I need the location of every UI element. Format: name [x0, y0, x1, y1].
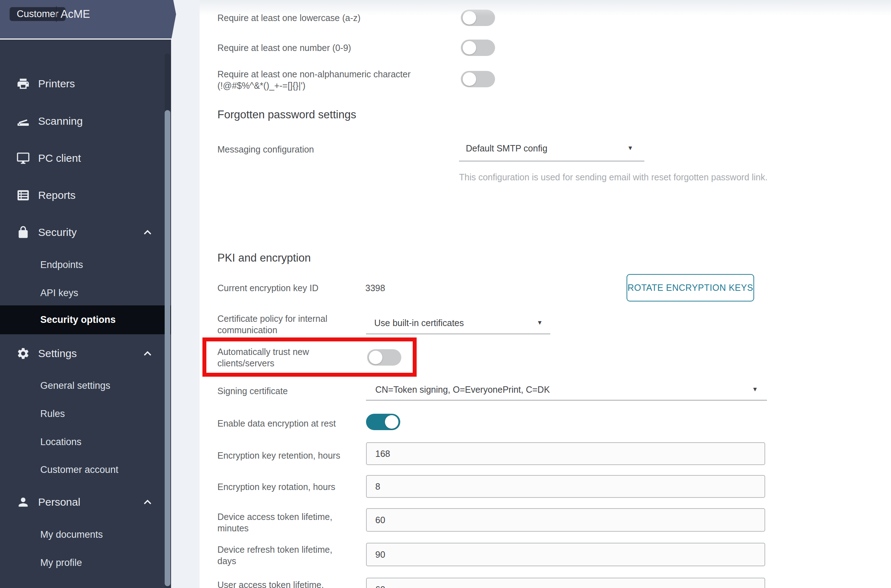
rule-lowercase-label: Require at least one lowercase (a-z) — [218, 11, 361, 24]
sidebar-item-label: Security options — [40, 314, 116, 326]
key-retention-label: Encryption key retention, hours — [218, 449, 340, 462]
gear-icon — [16, 347, 30, 360]
sidebar-item-scanning[interactable]: Scanning — [0, 112, 171, 130]
chevron-up-icon — [141, 496, 154, 508]
person-icon — [16, 495, 30, 509]
signing-cert-label: Signing certificate — [218, 384, 288, 398]
current-key-label: Current encryption key ID — [218, 282, 318, 294]
security-options-page: Require at least one lowercase (a-z) Req… — [0, 0, 891, 588]
toggle-knob — [385, 415, 399, 429]
sidebar-item-security-options[interactable]: Security options — [0, 305, 171, 334]
dropdown-underline — [366, 400, 767, 400]
sidebar-item-label: PC client — [38, 152, 81, 164]
dropdown-arrow-icon[interactable]: ▼ — [537, 319, 543, 326]
toggle-knob — [463, 72, 476, 86]
sidebar-item-label: Settings — [38, 348, 76, 360]
sidebar-item-locations[interactable]: Locations — [0, 434, 171, 450]
sidebar-item-label: Scanning — [38, 115, 82, 127]
chevron-up-icon — [141, 347, 154, 360]
sidebar-item-label: Rules — [40, 408, 65, 420]
pki-heading: PKI and encryption — [218, 250, 311, 266]
sidebar-item-label: Personal — [38, 496, 80, 508]
sidebar-item-label: Reports — [38, 189, 75, 201]
dropdown-underline — [366, 333, 550, 334]
toggle-knob — [463, 11, 476, 25]
customer-name: AcME — [61, 7, 90, 21]
rule-nonalpha-label: Require at least one non-alphanumeric ch… — [218, 68, 411, 91]
sidebar-item-settings[interactable]: Settings — [0, 345, 171, 362]
dropdown-arrow-icon[interactable]: ▼ — [627, 145, 633, 152]
toggle-knob — [369, 351, 382, 364]
sidebar-item-personal[interactable]: Personal — [0, 494, 171, 511]
sidebar-item-label: My profile — [40, 557, 82, 568]
key-rotation-label: Encryption key rotation, hours — [218, 480, 335, 493]
messaging-config-help: This configuration is used for sending e… — [459, 171, 787, 183]
sidebar-item-security[interactable]: Security — [0, 224, 171, 241]
sidebar-item-label: General settings — [40, 380, 111, 391]
chevron-up-icon — [141, 226, 154, 239]
signing-cert-select[interactable]: CN=Token signing, O=EveryonePrint, C=DK — [375, 383, 550, 396]
sidebar-item-reports[interactable]: Reports — [0, 187, 171, 204]
sidebar-item-label: Customer account — [40, 464, 118, 476]
current-key-value: 3398 — [365, 282, 385, 294]
sidebar-item-label: Endpoints — [40, 260, 83, 270]
customer-badge: Customer — [10, 7, 66, 21]
printer-icon — [16, 77, 30, 90]
user-access-token-input[interactable] — [366, 578, 765, 588]
sidebar: Printers Scanning PC client Reports Secu… — [0, 0, 171, 588]
banner-separator — [0, 39, 172, 39]
sidebar-item-my-documents[interactable]: My documents — [0, 526, 171, 543]
device-access-token-label: Device access token lifetime, minutes — [218, 511, 332, 534]
device-refresh-token-input[interactable] — [366, 543, 765, 566]
device-access-token-input[interactable] — [366, 508, 765, 532]
sidebar-item-label: My documents — [40, 529, 103, 540]
badge-divider — [56, 6, 57, 22]
device-refresh-token-label: Device refresh token lifetime, days — [218, 544, 332, 567]
sidebar-item-label: API keys — [40, 288, 78, 298]
sidebar-scrollbar-thumb[interactable] — [165, 110, 170, 586]
cert-policy-label: Certificate policy for internal communic… — [218, 313, 327, 336]
sidebar-item-label: Security — [38, 226, 76, 238]
user-access-token-label: User access token lifetime, — [218, 578, 324, 588]
data-encryption-label: Enable data encryption at rest — [218, 417, 336, 430]
sidebar-item-my-profile[interactable]: My profile — [0, 554, 171, 571]
messaging-config-select[interactable]: Default SMTP config — [466, 142, 548, 154]
dropdown-underline — [459, 161, 644, 161]
sidebar-item-printers[interactable]: Printers — [0, 75, 171, 92]
key-retention-input[interactable] — [366, 442, 765, 465]
rule-number-toggle[interactable] — [461, 39, 495, 56]
rule-lowercase-toggle[interactable] — [461, 10, 495, 26]
scanner-icon — [16, 114, 30, 128]
report-table-icon — [16, 189, 30, 202]
data-encryption-toggle[interactable] — [366, 414, 400, 430]
sidebar-item-rules[interactable]: Rules — [0, 405, 171, 422]
sidebar-item-general-settings[interactable]: General settings — [0, 377, 171, 394]
forgotten-password-heading: Forgotten password settings — [218, 107, 356, 122]
lock-icon — [16, 226, 30, 239]
key-rotation-input[interactable] — [366, 475, 765, 498]
sidebar-item-api-keys[interactable]: API keys — [0, 284, 171, 302]
monitor-icon — [16, 152, 30, 165]
auto-trust-label: Automatically trust new clients/servers — [218, 346, 309, 369]
messaging-config-label: Messaging configuration — [218, 143, 314, 156]
sidebar-item-customer-account[interactable]: Customer account — [0, 461, 171, 478]
rule-number-label: Require at least one number (0-9) — [218, 41, 351, 54]
sidebar-item-label: Printers — [38, 78, 75, 90]
sidebar-item-pc-client[interactable]: PC client — [0, 150, 171, 167]
rotate-encryption-keys-button[interactable]: ROTATE ENCRYPTION KEYS — [627, 274, 754, 302]
rule-nonalpha-toggle[interactable] — [461, 71, 495, 87]
toggle-knob — [463, 41, 476, 54]
auto-trust-toggle[interactable] — [367, 349, 401, 366]
sidebar-item-label: Locations — [40, 436, 82, 448]
cert-policy-select[interactable]: Use built-in certificates — [374, 316, 464, 329]
dropdown-arrow-icon[interactable]: ▼ — [752, 386, 758, 393]
sidebar-item-endpoints[interactable]: Endpoints — [0, 256, 171, 273]
